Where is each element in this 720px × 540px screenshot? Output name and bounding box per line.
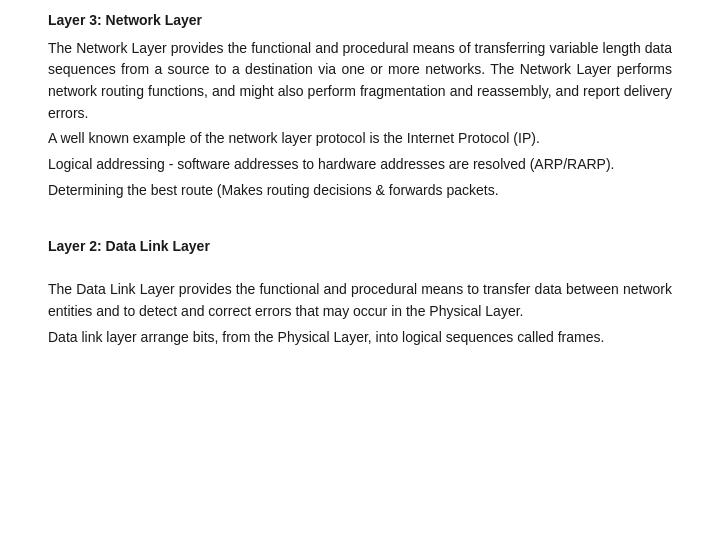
layer3-para-3: Logical addressing - software addresses … [48,154,672,176]
spacer [48,220,672,236]
layer3-para-4: Determining the best route (Makes routin… [48,180,672,202]
layer2-body: The Data Link Layer provides the functio… [48,279,672,348]
layer3-para-2: A well known example of the network laye… [48,128,672,150]
layer3-para-1: The Network Layer provides the functiona… [48,38,672,125]
layer3-section: Layer 3: Network Layer The Network Layer… [48,10,672,202]
layer2-section: Layer 2: Data Link Layer The Data Link L… [48,236,672,349]
spacer-inner [48,263,672,279]
layer2-para-1: The Data Link Layer provides the functio… [48,279,672,322]
layer3-title: Layer 3: Network Layer [48,10,672,32]
layer2-title: Layer 2: Data Link Layer [48,236,672,258]
layer3-body: The Network Layer provides the functiona… [48,38,672,202]
layer2-para-2: Data link layer arrange bits, from the P… [48,327,672,349]
